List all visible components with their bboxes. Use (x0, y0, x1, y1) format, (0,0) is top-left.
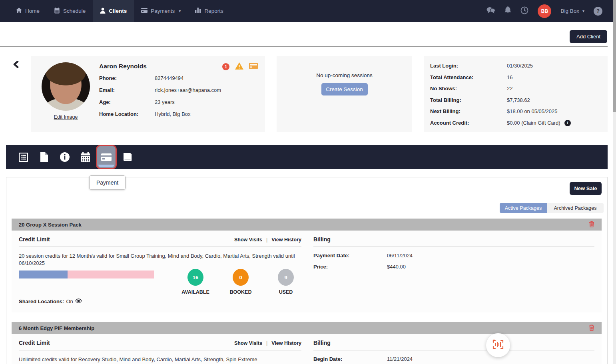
billing-payment-date: Payment Date: 06/11/2024 (313, 253, 413, 259)
billing-card-icon[interactable] (249, 63, 258, 71)
scrollbar-thumb[interactable] (613, 0, 616, 112)
stat-last-login: Last Login: 01/30/2025 (430, 63, 601, 69)
nav-item-schedule[interactable]: Schedule (47, 0, 93, 22)
shared-locations-row: Shared Locations: On (19, 298, 82, 304)
tab-list-icon[interactable] (13, 145, 34, 169)
stat-account-credit: Account Credit: $0.00 (Claim Gift Card) … (430, 120, 601, 126)
eye-icon[interactable] (75, 298, 82, 304)
stat-no-shows: No Shows: 22 (430, 86, 601, 91)
messages-icon[interactable] (486, 7, 495, 15)
payment-tooltip: Payment (89, 175, 126, 190)
nav-label: Home (25, 8, 40, 14)
field-home-location: Home Location: Hybrid, Big Box (99, 111, 221, 117)
upcoming-sessions-card: No up-coming sessions Create Session (277, 56, 412, 132)
show-visits-link[interactable]: Show Visits (234, 340, 262, 346)
account-menu[interactable]: Big Box ▾ (560, 8, 584, 14)
delete-package-button[interactable] (589, 324, 594, 332)
nav-label: Payments (151, 8, 175, 14)
package-body: Credit Limit Show Visits | View History … (12, 334, 602, 364)
nav-item-clients[interactable]: Clients (93, 0, 134, 22)
client-summary-card: Edit Image Aaron Reynolds 1 Phone: 82744… (31, 56, 265, 132)
billing-title: Billing (313, 340, 331, 346)
package-body: Credit Limit Show Visits | View History … (12, 231, 602, 312)
package-title: 6 Month Edgy PIF Membership (19, 325, 94, 331)
billing-title: Billing (313, 236, 331, 243)
nav-item-home[interactable]: Home (9, 0, 47, 22)
tab-book-icon[interactable] (117, 145, 138, 169)
history-clock-icon[interactable] (520, 6, 528, 16)
nav-label: Reports (204, 8, 223, 14)
nav-item-payments[interactable]: Payments ▾ (134, 0, 188, 22)
chevron-down-icon: ▾ (582, 9, 584, 13)
view-history-link[interactable]: View History (271, 340, 301, 346)
chevron-left-icon (13, 63, 19, 69)
header-divider (0, 46, 608, 47)
counter-available: 16 AVAILABLE (180, 269, 211, 295)
credit-limit-title: Credit Limit (19, 340, 50, 346)
main-nav: Home Schedule Clients Payments ▾ Reports (0, 0, 231, 22)
no-sessions-text: No up-coming sessions (316, 72, 372, 78)
field-email: Email: rick.jones+aar@hapana.com (99, 87, 221, 93)
create-session-button[interactable]: Create Session (321, 83, 368, 95)
divider (19, 247, 301, 247)
stat-next-billing: Next Billing: $18.00 on 05/05/2025 (430, 108, 601, 114)
barcode-scan-icon (492, 340, 504, 351)
help-icon[interactable]: ? (594, 7, 602, 16)
tab-archived-packages[interactable]: Archived Packages (547, 203, 604, 213)
view-history-link[interactable]: View History (271, 237, 301, 243)
barcode-scan-button[interactable] (486, 333, 510, 357)
field-phone: Phone: 8274449494 (99, 75, 221, 81)
tab-schedule-icon[interactable] (75, 145, 96, 169)
shared-locations-value: On (66, 298, 73, 304)
package-title: 20 Group X Session Pack (19, 222, 82, 228)
account-credit-value: $0.00 (Claim Gift Card) (507, 120, 560, 126)
clients-icon (100, 8, 106, 15)
nav-item-reports[interactable]: Reports (188, 0, 230, 22)
warning-icon[interactable] (235, 62, 243, 71)
avatar[interactable]: BB (538, 4, 551, 18)
notifications-icon[interactable] (504, 6, 511, 16)
top-navbar: Home Schedule Clients Payments ▾ Reports… (0, 0, 616, 22)
nav-label: Clients (109, 8, 127, 14)
field-age: Age: 23 years (99, 99, 221, 105)
payment-tab-active-strip (98, 165, 114, 167)
credits-progress-fill (19, 271, 68, 278)
links-separator: | (266, 340, 267, 346)
edit-image-link[interactable]: Edit Image (42, 114, 90, 120)
stat-total-billing: Total Billing: $7,738.62 (430, 97, 601, 103)
payment-packages-panel: New Sale Active Packages Archived Packag… (6, 177, 608, 364)
tab-payment-icon[interactable] (96, 145, 117, 169)
client-name-link[interactable]: Aaron Reynolds (99, 63, 147, 70)
client-stats-card: Last Login: 01/30/2025 Total Attendance:… (424, 56, 608, 132)
tab-active-packages[interactable]: Active Packages (500, 203, 547, 213)
credit-limit-title: Credit Limit (19, 236, 50, 243)
package-description: Unlimited credits valid for Recovery Stu… (19, 356, 295, 363)
links-separator: | (266, 237, 267, 243)
divider (19, 350, 301, 350)
schedule-icon (54, 8, 60, 15)
delete-package-button[interactable] (589, 221, 594, 229)
tab-info-icon[interactable] (54, 145, 75, 169)
alert-count-badge[interactable]: 1 (222, 63, 229, 70)
client-badges: 1 (222, 62, 258, 71)
tab-notes-icon[interactable] (34, 145, 54, 169)
nav-label: Schedule (63, 8, 86, 14)
package-header: 20 Group X Session Pack (12, 219, 602, 231)
client-fields: Phone: 8274449494 Email: rick.jones+aar@… (99, 75, 221, 123)
stat-total-attendance: Total Attendance: 16 (430, 74, 601, 80)
counter-used: 9 USED (271, 269, 301, 295)
add-client-button[interactable]: Add Client (570, 30, 607, 43)
home-icon (16, 8, 22, 14)
navbar-actions: BB Big Box ▾ ? (486, 0, 616, 22)
divider (313, 247, 594, 247)
scrollbar-track[interactable] (613, 0, 616, 364)
package-header: 6 Month Edgy PIF Membership (12, 322, 602, 334)
info-icon[interactable]: i (564, 120, 571, 126)
show-visits-link[interactable]: Show Visits (234, 237, 262, 243)
billing-begin-date: Begin Date: 11/21/2024 (313, 356, 413, 362)
new-sale-button[interactable]: New Sale (570, 182, 602, 195)
payments-icon (141, 8, 148, 14)
chevron-down-icon: ▾ (179, 9, 181, 13)
back-button[interactable] (11, 60, 21, 70)
account-name-label: Big Box (560, 8, 579, 14)
